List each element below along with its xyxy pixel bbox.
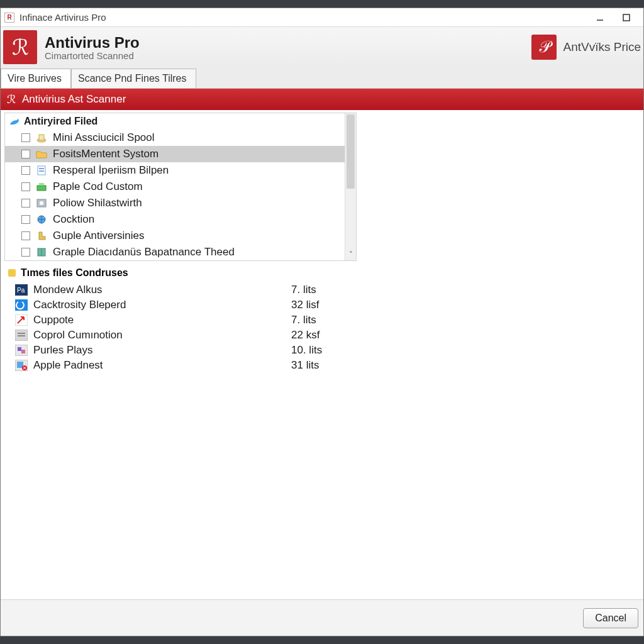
price-badge-icon: 𝒫 xyxy=(531,35,557,60)
filed-item-label: Resperal İperiism Bilpen xyxy=(53,164,169,177)
times-name: Apple Padnest xyxy=(33,359,291,372)
doc-icon xyxy=(35,165,48,176)
app-title: Antivirus Pro xyxy=(45,34,140,52)
gray-icon xyxy=(14,329,28,341)
times-icon xyxy=(7,268,17,278)
main-area: Antiryired Filed Mini Assciucicil SpoolF… xyxy=(1,110,643,594)
filed-item[interactable]: Cocktion xyxy=(5,211,356,228)
times-value: 31 lits xyxy=(291,359,319,372)
times-row[interactable]: Coprol Cumınotion22 ksf xyxy=(4,328,638,343)
times-value: 7. lits xyxy=(291,314,316,326)
header-right-label: AntVvïks Price xyxy=(563,40,641,54)
filed-item-label: Poliow Shilastwirth xyxy=(53,197,142,209)
brand-logo: ℛ xyxy=(3,30,37,64)
times-row[interactable]: Apple Padnest31 lits xyxy=(4,358,638,373)
header: ℛ Antivirus Pro Cimartorted Scanned 𝒫 An… xyxy=(1,27,643,67)
maximize-icon xyxy=(623,14,630,21)
folder-icon xyxy=(35,148,48,160)
filed-item[interactable]: Poliow Shilastwirth xyxy=(5,195,356,211)
filed-item[interactable]: FositsMentent Systom xyxy=(5,146,356,162)
book-icon xyxy=(35,247,48,258)
cancel-button[interactable]: Cancel xyxy=(583,608,638,628)
checkbox[interactable] xyxy=(21,133,30,142)
filed-item[interactable]: Mini Assciucicil Spool xyxy=(5,130,356,146)
scrollbar[interactable]: ˄ ˅ xyxy=(345,113,356,260)
filed-item-label: Guple Antiversinies xyxy=(53,230,145,242)
pa-icon: Pa xyxy=(14,284,28,296)
maximize-button[interactable] xyxy=(613,9,640,26)
titlebar: R Infinace Artivirus Pro xyxy=(1,8,643,27)
checkbox[interactable] xyxy=(21,215,30,224)
filed-item[interactable]: Resperal İperiism Bilpen xyxy=(5,162,356,179)
filed-item[interactable]: Guple Antiversinies xyxy=(5,228,356,244)
minimize-button[interactable] xyxy=(587,9,613,26)
filed-listbox: Antiryired Filed Mini Assciucicil SpoolF… xyxy=(4,113,357,261)
times-row[interactable]: PaMondew Alkus7. lits xyxy=(4,282,638,297)
green-icon xyxy=(35,181,48,192)
redx-icon xyxy=(14,359,28,372)
svg-rect-14 xyxy=(8,269,16,277)
filed-item-label: Paple Cod Custom xyxy=(53,180,143,193)
filed-item-label: FositsMentent Systom xyxy=(53,148,158,160)
svg-rect-24 xyxy=(21,350,25,353)
brand-glyph-icon: ℛ xyxy=(12,35,29,60)
minimize-icon xyxy=(596,13,604,22)
footer: Cancel xyxy=(1,599,643,636)
checkbox[interactable] xyxy=(21,248,30,257)
window-title: Infinace Artivirus Pro xyxy=(19,12,106,23)
svg-text:Pa: Pa xyxy=(17,287,25,294)
times-name: Cacktrosity Bleperd xyxy=(33,299,291,311)
times-row[interactable]: Purles Plays10. lits xyxy=(4,343,638,358)
tab-vire-burives[interactable]: Vire Burives xyxy=(1,69,71,88)
scanner-icon: ℛ xyxy=(7,92,16,106)
svg-rect-20 xyxy=(18,333,25,334)
times-value: 32 lisf xyxy=(291,299,319,311)
times-name: Cuppote xyxy=(33,314,291,326)
filed-item-label: Graple Diacıdanüs Bapatnance Theed xyxy=(53,246,235,258)
filed-item-label: Mini Assciucicil Spool xyxy=(53,131,155,144)
header-titles: Antivirus Pro Cimartorted Scanned xyxy=(45,34,140,61)
times-value: 22 ksf xyxy=(291,329,319,341)
scanner-title: Antivirius Ast Scanner xyxy=(22,93,126,106)
app-icon: R xyxy=(4,13,14,23)
scroll-thumb[interactable] xyxy=(347,114,355,189)
times-row[interactable]: Cuppote7. lits xyxy=(4,313,638,328)
times-row[interactable]: Cacktrosity Bleperd32 lisf xyxy=(4,297,638,313)
tabs: Vire Burives Scance Pnd Fines Tilres xyxy=(1,67,643,89)
svg-rect-8 xyxy=(39,183,44,186)
globe-icon xyxy=(35,214,48,225)
times-value: 7. lits xyxy=(291,284,316,296)
boot-icon xyxy=(35,230,48,242)
svg-point-10 xyxy=(40,201,43,205)
checkbox[interactable] xyxy=(21,166,30,175)
filed-item[interactable]: Paple Cod Custom xyxy=(5,179,356,195)
times-heading: Tımes files Condruses xyxy=(4,261,638,282)
svg-rect-7 xyxy=(37,186,46,191)
header-right: 𝒫 AntVvïks Price xyxy=(531,35,643,60)
svg-rect-5 xyxy=(39,168,44,169)
times-name: Purles Plays xyxy=(33,344,291,357)
checkbox[interactable] xyxy=(21,231,30,240)
scanner-bar: ℛ Antivirius Ast Scanner xyxy=(1,89,643,110)
filed-item-label: Cocktion xyxy=(53,213,94,226)
checkbox[interactable] xyxy=(21,182,30,191)
tab-scance[interactable]: Scance Pnd Fines Tilres xyxy=(71,69,196,88)
scroll-down-icon[interactable]: ˅ xyxy=(345,249,356,260)
checkbox[interactable] xyxy=(21,150,30,158)
svg-rect-23 xyxy=(18,347,21,351)
disk-icon xyxy=(35,197,48,209)
redarrow-icon xyxy=(14,314,28,326)
checkbox[interactable] xyxy=(21,199,30,208)
spool-icon xyxy=(35,132,48,143)
times-name: Coprol Cumınotion xyxy=(33,329,291,341)
svg-rect-1 xyxy=(623,14,630,21)
svg-rect-6 xyxy=(39,170,44,172)
filed-item[interactable]: Graple Diacıdanüs Bapatnance Theed xyxy=(5,244,356,260)
svg-rect-3 xyxy=(39,135,44,140)
svg-rect-21 xyxy=(18,335,25,336)
purple-icon xyxy=(14,344,28,357)
app-subtitle: Cimartorted Scanned xyxy=(45,50,140,61)
bird-icon xyxy=(9,117,20,126)
filed-heading: Antiryired Filed xyxy=(5,113,356,130)
times-name: Mondew Alkus xyxy=(33,284,291,296)
